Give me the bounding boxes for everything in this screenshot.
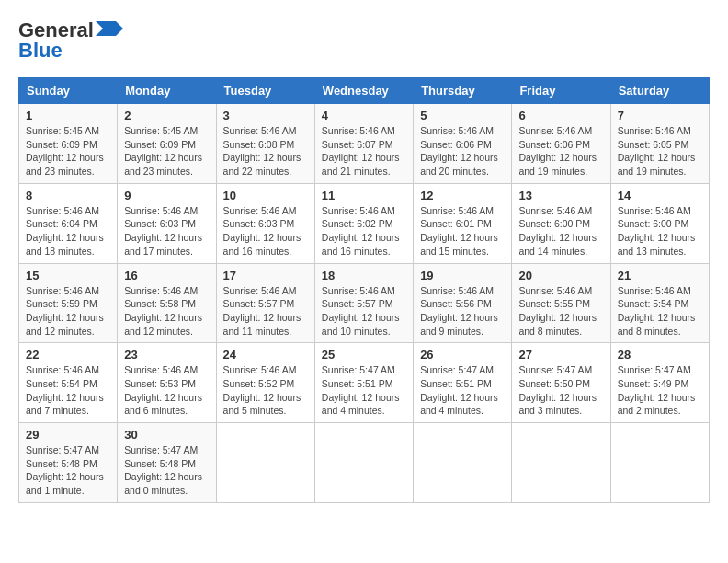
day-info: Sunrise: 5:47 AM Sunset: 5:50 PM Dayligh… (518, 363, 603, 418)
day-info: Sunrise: 5:46 AM Sunset: 6:04 PM Dayligh… (26, 204, 110, 259)
day-info: Sunrise: 5:46 AM Sunset: 5:53 PM Dayligh… (124, 363, 209, 418)
day-info: Sunrise: 5:46 AM Sunset: 5:54 PM Dayligh… (618, 284, 702, 339)
day-info: Sunrise: 5:46 AM Sunset: 5:57 PM Dayligh… (223, 284, 308, 339)
day-info: Sunrise: 5:46 AM Sunset: 5:57 PM Dayligh… (322, 284, 406, 339)
calendar-cell (314, 423, 413, 503)
calendar-cell (512, 423, 610, 503)
weekday-header: Friday (512, 78, 610, 104)
calendar-cell: 2 Sunrise: 5:45 AM Sunset: 6:09 PM Dayli… (118, 104, 216, 184)
day-number: 21 (618, 269, 702, 282)
day-number: 23 (124, 348, 209, 362)
calendar-cell: 5 Sunrise: 5:46 AM Sunset: 6:06 PM Dayli… (414, 104, 512, 184)
day-info: Sunrise: 5:47 AM Sunset: 5:51 PM Dayligh… (420, 363, 505, 418)
calendar-cell: 25 Sunrise: 5:47 AM Sunset: 5:51 PM Dayl… (314, 343, 413, 423)
day-info: Sunrise: 5:46 AM Sunset: 6:02 PM Dayligh… (322, 204, 406, 259)
calendar-cell: 14 Sunrise: 5:46 AM Sunset: 6:00 PM Dayl… (610, 183, 709, 263)
day-number: 22 (26, 348, 110, 362)
calendar-cell: 29 Sunrise: 5:47 AM Sunset: 5:48 PM Dayl… (19, 423, 118, 503)
day-info: Sunrise: 5:47 AM Sunset: 5:48 PM Dayligh… (26, 443, 110, 498)
day-number: 18 (322, 269, 406, 282)
day-info: Sunrise: 5:46 AM Sunset: 6:07 PM Dayligh… (322, 124, 406, 178)
day-info: Sunrise: 5:46 AM Sunset: 6:03 PM Dayligh… (124, 204, 209, 259)
day-info: Sunrise: 5:46 AM Sunset: 5:56 PM Dayligh… (420, 284, 505, 339)
calendar-cell: 26 Sunrise: 5:47 AM Sunset: 5:51 PM Dayl… (414, 343, 512, 423)
day-number: 24 (223, 348, 308, 362)
logo-blue: Blue (18, 39, 63, 63)
day-number: 12 (420, 189, 505, 202)
day-info: Sunrise: 5:46 AM Sunset: 5:59 PM Dayligh… (26, 284, 110, 339)
weekday-header: Monday (118, 78, 216, 104)
day-info: Sunrise: 5:46 AM Sunset: 6:01 PM Dayligh… (420, 204, 505, 259)
logo-icon (96, 21, 123, 36)
day-number: 1 (26, 109, 110, 122)
day-number: 8 (26, 189, 110, 202)
calendar-cell: 10 Sunrise: 5:46 AM Sunset: 6:03 PM Dayl… (216, 183, 314, 263)
day-info: Sunrise: 5:46 AM Sunset: 6:06 PM Dayligh… (420, 124, 505, 178)
calendar-cell: 28 Sunrise: 5:47 AM Sunset: 5:49 PM Dayl… (610, 343, 709, 423)
calendar-cell: 18 Sunrise: 5:46 AM Sunset: 5:57 PM Dayl… (314, 263, 413, 343)
calendar-cell: 4 Sunrise: 5:46 AM Sunset: 6:07 PM Dayli… (314, 104, 413, 184)
calendar-cell: 1 Sunrise: 5:45 AM Sunset: 6:09 PM Dayli… (19, 104, 118, 184)
day-number: 20 (518, 269, 603, 282)
day-info: Sunrise: 5:45 AM Sunset: 6:09 PM Dayligh… (26, 124, 110, 178)
weekday-header: Saturday (610, 78, 709, 104)
calendar-cell: 16 Sunrise: 5:46 AM Sunset: 5:58 PM Dayl… (118, 263, 216, 343)
day-number: 30 (124, 428, 209, 442)
page-header: General Blue (18, 18, 710, 63)
calendar-cell: 22 Sunrise: 5:46 AM Sunset: 5:54 PM Dayl… (19, 343, 118, 423)
day-info: Sunrise: 5:46 AM Sunset: 6:06 PM Dayligh… (518, 124, 603, 178)
day-number: 26 (420, 348, 505, 362)
day-number: 4 (322, 109, 406, 122)
calendar-cell: 30 Sunrise: 5:47 AM Sunset: 5:48 PM Dayl… (118, 423, 216, 503)
day-number: 16 (124, 269, 209, 282)
day-number: 25 (322, 348, 406, 362)
day-info: Sunrise: 5:46 AM Sunset: 6:00 PM Dayligh… (618, 204, 702, 259)
calendar-cell (414, 423, 512, 503)
weekday-header: Thursday (414, 78, 512, 104)
day-number: 7 (618, 109, 702, 122)
calendar-cell: 9 Sunrise: 5:46 AM Sunset: 6:03 PM Dayli… (118, 183, 216, 263)
day-number: 3 (223, 109, 308, 122)
weekday-header: Sunday (19, 78, 118, 104)
day-info: Sunrise: 5:46 AM Sunset: 5:58 PM Dayligh… (124, 284, 209, 339)
calendar-cell: 12 Sunrise: 5:46 AM Sunset: 6:01 PM Dayl… (414, 183, 512, 263)
calendar-cell: 23 Sunrise: 5:46 AM Sunset: 5:53 PM Dayl… (118, 343, 216, 423)
day-info: Sunrise: 5:46 AM Sunset: 6:00 PM Dayligh… (518, 204, 603, 259)
logo: General Blue (18, 18, 123, 63)
day-info: Sunrise: 5:46 AM Sunset: 6:03 PM Dayligh… (223, 204, 308, 259)
day-number: 27 (518, 348, 603, 362)
calendar-cell: 3 Sunrise: 5:46 AM Sunset: 6:08 PM Dayli… (216, 104, 314, 184)
day-info: Sunrise: 5:46 AM Sunset: 6:08 PM Dayligh… (223, 124, 308, 178)
svg-marker-0 (96, 21, 123, 36)
day-info: Sunrise: 5:45 AM Sunset: 6:09 PM Dayligh… (124, 124, 209, 178)
day-number: 10 (223, 189, 308, 202)
calendar-cell: 11 Sunrise: 5:46 AM Sunset: 6:02 PM Dayl… (314, 183, 413, 263)
calendar-cell: 8 Sunrise: 5:46 AM Sunset: 6:04 PM Dayli… (19, 183, 118, 263)
day-number: 19 (420, 269, 505, 282)
day-info: Sunrise: 5:47 AM Sunset: 5:49 PM Dayligh… (618, 363, 702, 418)
day-number: 9 (124, 189, 209, 202)
day-info: Sunrise: 5:46 AM Sunset: 5:55 PM Dayligh… (518, 284, 603, 339)
calendar-cell: 7 Sunrise: 5:46 AM Sunset: 6:05 PM Dayli… (610, 104, 709, 184)
day-info: Sunrise: 5:47 AM Sunset: 5:51 PM Dayligh… (322, 363, 406, 418)
day-number: 13 (518, 189, 603, 202)
day-number: 29 (26, 428, 110, 442)
calendar-cell: 15 Sunrise: 5:46 AM Sunset: 5:59 PM Dayl… (19, 263, 118, 343)
calendar-cell: 21 Sunrise: 5:46 AM Sunset: 5:54 PM Dayl… (610, 263, 709, 343)
weekday-header: Tuesday (216, 78, 314, 104)
calendar-cell: 24 Sunrise: 5:46 AM Sunset: 5:52 PM Dayl… (216, 343, 314, 423)
day-number: 2 (124, 109, 209, 122)
calendar-cell: 27 Sunrise: 5:47 AM Sunset: 5:50 PM Dayl… (512, 343, 610, 423)
day-number: 17 (223, 269, 308, 282)
calendar-table: SundayMondayTuesdayWednesdayThursdayFrid… (18, 77, 710, 503)
day-info: Sunrise: 5:46 AM Sunset: 5:54 PM Dayligh… (26, 363, 110, 418)
calendar-cell: 20 Sunrise: 5:46 AM Sunset: 5:55 PM Dayl… (512, 263, 610, 343)
day-number: 5 (420, 109, 505, 122)
calendar-cell: 17 Sunrise: 5:46 AM Sunset: 5:57 PM Dayl… (216, 263, 314, 343)
calendar-cell: 19 Sunrise: 5:46 AM Sunset: 5:56 PM Dayl… (414, 263, 512, 343)
day-number: 11 (322, 189, 406, 202)
calendar-cell: 13 Sunrise: 5:46 AM Sunset: 6:00 PM Dayl… (512, 183, 610, 263)
calendar-cell: 6 Sunrise: 5:46 AM Sunset: 6:06 PM Dayli… (512, 104, 610, 184)
day-number: 28 (618, 348, 702, 362)
day-info: Sunrise: 5:47 AM Sunset: 5:48 PM Dayligh… (124, 443, 209, 498)
